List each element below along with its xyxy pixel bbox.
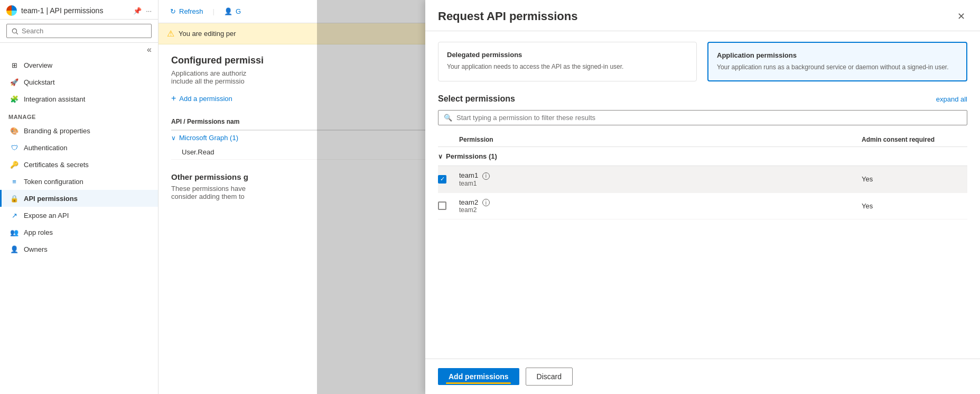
toolbar-separator: | [213, 7, 214, 15]
refresh-button[interactable]: ↻ Refresh [167, 5, 207, 17]
sidebar-item-label: Integration assistant [24, 95, 85, 103]
application-card-desc: Your application runs as a background se… [717, 62, 958, 72]
rocket-icon: 🚀 [10, 78, 18, 86]
main-content-area: ↻ Refresh | 👤 G ⚠ You are editing per Co… [158, 0, 980, 394]
permission-search-input[interactable] [456, 114, 962, 122]
permissions-group-row[interactable]: ∨ Permissions (1) [438, 147, 967, 166]
permission-search-container: 🔍 [438, 110, 967, 125]
panel-header: Request API permissions ✕ [425, 0, 980, 31]
search-input[interactable] [6, 24, 152, 38]
share-icon: ↗ [10, 211, 18, 219]
sidebar-item-overview[interactable]: ⊞ Overview [0, 57, 158, 74]
chevron-down-icon: ∨ [171, 134, 176, 142]
team1-name: team1 i [459, 171, 862, 180]
brush-icon: 🎨 [10, 126, 18, 135]
sidebar-item-label: Quickstart [24, 78, 55, 86]
expand-all-link[interactable]: expand all [936, 95, 967, 103]
application-card-title: Application permissions [717, 51, 958, 59]
grant-label: G [236, 7, 241, 15]
sidebar-item-certificates[interactable]: 🔑 Certificates & secrets [0, 156, 158, 173]
delegated-card-desc: Your application needs to access the API… [447, 62, 688, 71]
manage-section-label: Manage [0, 107, 158, 122]
add-permission-label: Add a permission [179, 95, 232, 103]
group-label: Microsoft Graph (1) [179, 134, 238, 142]
delegated-permissions-card[interactable]: Delegated permissions Your application n… [438, 42, 697, 81]
permission-row-team1[interactable]: team1 i team1 Yes [438, 166, 967, 193]
sidebar-item-label: Owners [24, 245, 48, 253]
key-icon: 🔑 [10, 160, 18, 169]
sidebar-item-label: Expose an API [24, 212, 69, 219]
nav-list: ⊞ Overview 🚀 Quickstart 🧩 Integration as… [0, 57, 158, 107]
add-permissions-button[interactable]: Add permissions [438, 368, 519, 385]
app-name: team-1 [21, 6, 44, 15]
refresh-icon: ↻ [170, 7, 176, 15]
sidebar-item-label: App roles [24, 228, 53, 236]
select-permissions-header: Select permissions expand all [438, 94, 967, 104]
puzzle-icon: 🧩 [10, 95, 18, 103]
sidebar-item-app-roles[interactable]: 👥 App roles [0, 224, 158, 241]
panel-overlay: Request API permissions ✕ Delegated perm… [317, 0, 980, 394]
team2-consent: Yes [862, 202, 967, 210]
search-container [0, 20, 158, 43]
warning-icon: ⚠ [167, 29, 174, 39]
team1-checkbox[interactable] [438, 175, 446, 184]
sidebar-item-label: Certificates & secrets [24, 161, 89, 169]
consent-col-header: Admin consent required [862, 136, 967, 143]
sidebar-item-label: API permissions [24, 195, 78, 203]
more-icon[interactable]: ··· [146, 7, 152, 15]
sidebar-item-label: Authentication [24, 144, 67, 152]
discard-button[interactable]: Discard [526, 368, 573, 386]
sidebar-item-branding[interactable]: 🎨 Branding & properties [0, 122, 158, 139]
users-icon: 👥 [10, 228, 18, 236]
panel-body: Delegated permissions Your application n… [425, 31, 980, 359]
team2-info-icon[interactable]: i [482, 199, 490, 206]
pin-icon[interactable]: 📌 [133, 7, 142, 15]
team1-consent: Yes [862, 175, 967, 183]
application-permissions-card[interactable]: Application permissions Your application… [707, 42, 967, 81]
team1-checkbox-container[interactable] [438, 175, 459, 184]
page-title: API permissions [50, 6, 103, 15]
sidebar: team-1 | API permissions 📌 ··· « ⊞ Overv… [0, 0, 158, 394]
panel-footer: Add permissions Discard [425, 359, 980, 394]
bars-icon: ≡ [10, 177, 18, 186]
refresh-label: Refresh [179, 7, 203, 15]
team2-subdesc: team2 [459, 206, 862, 214]
close-icon: ✕ [957, 11, 965, 22]
team2-checkbox-container[interactable] [438, 201, 459, 210]
sidebar-item-api-permissions[interactable]: 🔒 API permissions [0, 190, 158, 207]
sidebar-item-owners[interactable]: 👤 Owners [0, 241, 158, 258]
sidebar-item-label: Branding & properties [24, 127, 90, 135]
chevron-down-icon: ∨ [438, 153, 443, 160]
permission-col-header: Permission [459, 136, 862, 143]
sidebar-item-authentication[interactable]: 🛡 Authentication [0, 139, 158, 156]
sidebar-item-integration[interactable]: 🧩 Integration assistant [0, 90, 158, 107]
collapse-icon[interactable]: « [147, 45, 152, 54]
plus-icon: + [171, 94, 176, 103]
sidebar-header: team-1 | API permissions 📌 ··· [0, 0, 158, 20]
sidebar-app-title: team-1 | API permissions [21, 6, 103, 15]
request-api-permissions-panel: Request API permissions ✕ Delegated perm… [425, 0, 980, 394]
sidebar-item-label: Token configuration [24, 178, 83, 186]
sidebar-item-expose-api[interactable]: ↗ Expose an API [0, 207, 158, 224]
sidebar-actions: 📌 ··· [133, 7, 152, 15]
grid-icon: ⊞ [10, 61, 18, 69]
permission-row-team2[interactable]: team2 i team2 Yes [438, 193, 967, 220]
grant-button[interactable]: 👤 G [221, 5, 244, 17]
team2-name: team2 i [459, 198, 862, 207]
lock-icon: 🔒 [10, 194, 18, 203]
add-permission-button[interactable]: + Add a permission [171, 94, 232, 103]
delegated-card-title: Delegated permissions [447, 51, 688, 59]
search-icon: 🔍 [444, 114, 452, 122]
grant-icon: 👤 [224, 7, 232, 15]
select-permissions-title: Select permissions [438, 94, 515, 104]
panel-close-button[interactable]: ✕ [955, 8, 967, 24]
warning-text: You are editing per [179, 30, 236, 38]
team2-checkbox[interactable] [438, 201, 446, 210]
panel-title: Request API permissions [438, 10, 577, 23]
shield-icon: 🛡 [10, 143, 18, 152]
permissions-group-label: Permissions (1) [446, 152, 497, 160]
sidebar-item-quickstart[interactable]: 🚀 Quickstart [0, 74, 158, 90]
team1-info-icon[interactable]: i [482, 172, 490, 180]
sidebar-item-token-config[interactable]: ≡ Token configuration [0, 173, 158, 190]
permission-type-row: Delegated permissions Your application n… [438, 42, 967, 81]
